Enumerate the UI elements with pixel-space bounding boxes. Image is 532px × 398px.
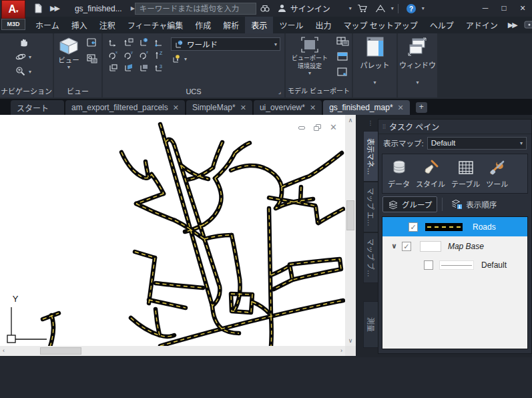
- palettes-caret-icon[interactable]: ▾: [373, 79, 376, 85]
- ribbon-tab-analyze[interactable]: 解析: [217, 17, 245, 33]
- display-map-dropdown[interactable]: Default ▾: [427, 137, 527, 150]
- doc-tab-am-export[interactable]: am_export_filtered_parcels✕: [65, 100, 185, 115]
- viewport-close-icon[interactable]: ✕: [328, 124, 338, 132]
- side-tab-survey[interactable]: 測量: [363, 301, 378, 348]
- viewport-join-icon[interactable]: [336, 51, 349, 62]
- tools-button[interactable]: ツール: [486, 159, 508, 189]
- ucs-object-icon[interactable]: [105, 61, 120, 74]
- drag-handle-icon[interactable]: ⁞⁞: [382, 126, 386, 128]
- new-file-icon[interactable]: [34, 3, 43, 13]
- sign-in-button[interactable]: サインイン: [290, 3, 330, 14]
- panel-label-navigation[interactable]: ナビゲーション: [0, 86, 53, 97]
- ribbon-tab-insert[interactable]: 挿入: [65, 17, 93, 33]
- ucs-z-axis-icon[interactable]: Z: [152, 49, 166, 61]
- autodesk-logo-icon[interactable]: [375, 4, 386, 13]
- named-views-icon[interactable]: [86, 53, 98, 64]
- ucs-icon[interactable]: [105, 36, 120, 49]
- panel-label-ucs[interactable]: UCS⌟: [103, 86, 284, 97]
- close-tab-icon[interactable]: ✕: [240, 104, 246, 112]
- help-caret-icon[interactable]: ▾: [422, 5, 425, 11]
- horizontal-scrollbar[interactable]: ‹ ›: [0, 346, 345, 356]
- panel-label-view[interactable]: ビュー: [54, 86, 101, 97]
- layer-row-default[interactable]: Default: [382, 256, 527, 274]
- palettes-label[interactable]: パレット: [360, 59, 390, 70]
- ucs-view-icon[interactable]: [136, 61, 151, 74]
- autodesk-caret-icon[interactable]: ▾: [391, 5, 394, 11]
- drawing-canvas[interactable]: Y ✕: [0, 115, 345, 346]
- scroll-down-icon[interactable]: ∨: [345, 337, 356, 344]
- layer-row-roads[interactable]: ✓ Roads: [382, 217, 527, 236]
- task-pane-grip[interactable]: ⋮: [363, 122, 378, 131]
- layer-checkbox[interactable]: [424, 260, 433, 270]
- minimize-button[interactable]: ─: [476, 2, 495, 15]
- search-input[interactable]: [135, 3, 256, 15]
- ucs-rotate-x-icon[interactable]: x: [105, 49, 120, 61]
- viewport-config-button[interactable]: ビューポート 環境設定 ▾: [291, 35, 328, 76]
- help-icon[interactable]: ?: [406, 3, 417, 14]
- ucs-world-icon[interactable]: [136, 36, 151, 49]
- ribbon-tab-tools[interactable]: ツール: [273, 17, 309, 33]
- app-store-cart-icon[interactable]: [357, 3, 368, 13]
- palettes-icon[interactable]: [366, 36, 384, 57]
- side-tab-map-book[interactable]: マップ ブ…: [363, 232, 378, 283]
- viewport-minimize-icon[interactable]: [296, 124, 306, 132]
- viewport-named-icon[interactable]: [336, 36, 349, 47]
- task-pane-title-bar[interactable]: ⁞⁞ タスク ペイン: [378, 120, 531, 134]
- autocad-app-button[interactable]: A▾ M3D: [1, 0, 25, 31]
- ucs-named-dropdown[interactable]: ワールド ▾: [171, 37, 280, 51]
- zoom-button[interactable]: ▾: [15, 65, 31, 77]
- scroll-left-icon[interactable]: ‹: [3, 347, 5, 354]
- doc-tab-simplemap[interactable]: SimpleMap*✕: [186, 100, 252, 115]
- ribbon-tab-annotate[interactable]: 注釈: [93, 17, 121, 33]
- ucs-rotate-z-icon[interactable]: z: [136, 49, 151, 61]
- draw-order-button[interactable]: 表示順序: [447, 196, 501, 212]
- ucs-rotate-y-icon[interactable]: y: [121, 49, 136, 61]
- ribbon-collapse-icon[interactable]: [524, 17, 532, 33]
- ribbon-tab-output[interactable]: 出力: [309, 17, 337, 33]
- close-tab-icon[interactable]: ✕: [310, 104, 316, 112]
- ucs-dialog-launcher-icon[interactable]: ⌟: [278, 86, 281, 97]
- ribbon-tab-feature-edit[interactable]: フィーチャ編集: [121, 17, 190, 33]
- close-tab-icon[interactable]: ✕: [173, 104, 179, 112]
- close-button[interactable]: ×: [513, 2, 532, 15]
- close-tab-icon[interactable]: ✕: [398, 104, 404, 112]
- ucs-3point-icon[interactable]: 3: [152, 61, 166, 74]
- ribbon-tab-map-setup[interactable]: マップ セットアップ: [337, 17, 423, 33]
- window-caret-icon[interactable]: ▾: [416, 79, 419, 85]
- layer-checkbox[interactable]: ✓: [402, 242, 411, 251]
- vertical-scrollbar[interactable]: ∧ ∨: [345, 115, 356, 346]
- doc-tab-start[interactable]: スタート: [11, 100, 64, 115]
- groups-toggle-button[interactable]: グループ: [382, 196, 437, 212]
- scroll-up-icon[interactable]: ∧: [345, 115, 356, 124]
- layer-checkbox[interactable]: ✓: [409, 222, 418, 232]
- viewport-restore-small-icon[interactable]: [336, 67, 349, 77]
- ucs-icon-settings-button[interactable]: ▾: [171, 53, 187, 65]
- side-tab-display-manager[interactable]: 表示マネ…: [363, 131, 378, 182]
- vertical-scroll-thumb[interactable]: [346, 200, 354, 230]
- viewport-restore-icon[interactable]: [312, 124, 322, 132]
- pan-icon[interactable]: [17, 36, 29, 48]
- scroll-right-icon[interactable]: ›: [340, 347, 342, 354]
- search-icon[interactable]: [260, 3, 270, 13]
- table-button[interactable]: テーブル: [451, 159, 480, 189]
- ribbon-tab-home[interactable]: ホーム: [29, 17, 65, 33]
- view-cube-button[interactable]: ビュー ▾: [58, 36, 79, 70]
- window-label[interactable]: ウィンドウ: [399, 59, 436, 70]
- window-icon[interactable]: [408, 36, 428, 57]
- sign-in-caret-icon[interactable]: ▾: [349, 5, 352, 11]
- ribbon-tab-view[interactable]: 表示: [245, 17, 273, 33]
- new-tab-button[interactable]: +: [416, 102, 427, 113]
- ribbon-tab-help[interactable]: ヘルプ: [424, 17, 460, 33]
- viewport-restore-icon[interactable]: [86, 37, 98, 48]
- ribbon-tab-create[interactable]: 作成: [189, 17, 217, 33]
- orbit-button[interactable]: ▾: [15, 51, 31, 63]
- style-button[interactable]: スタイル: [416, 159, 445, 189]
- ribbon-tab-overflow-icon[interactable]: ▶▶: [504, 17, 521, 33]
- layer-row-map-base[interactable]: ∨ ✓ Map Base: [382, 236, 527, 256]
- horizontal-scroll-thumb[interactable]: [40, 347, 81, 355]
- ucs-named-icon[interactable]: [121, 36, 136, 49]
- ucs-origin-icon[interactable]: [152, 36, 166, 49]
- doc-tab-gs-finished-map[interactable]: gs_finished_map*✕: [323, 100, 410, 115]
- doc-tab-ui-overview[interactable]: ui_overview*✕: [254, 100, 322, 115]
- expand-chevron-icon[interactable]: ∨: [391, 242, 397, 250]
